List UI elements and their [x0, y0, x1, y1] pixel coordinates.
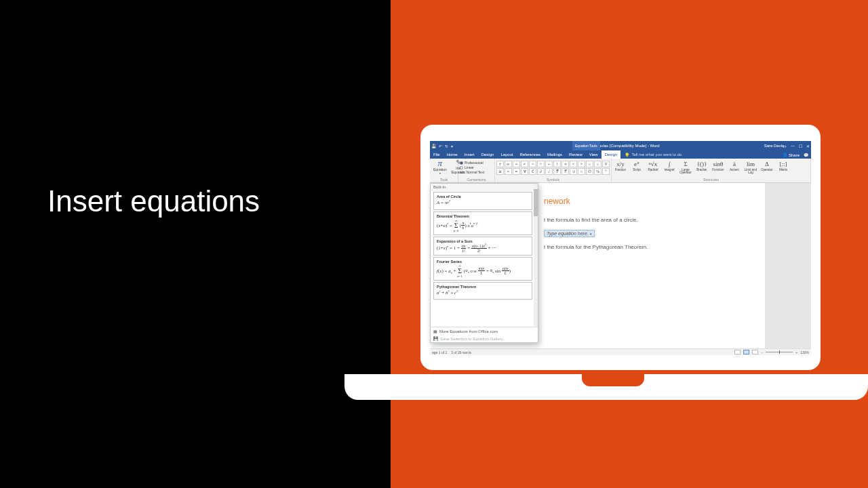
- professional-option[interactable]: Professional: [460, 161, 484, 165]
- gallery-item-expansion-of-sum[interactable]: Expansion of a Sum (1+x)n = 1 + nx1! + n…: [433, 237, 532, 256]
- save-icon[interactable]: 💾: [431, 144, 436, 148]
- symbol-cell[interactable]: ≅: [496, 168, 504, 175]
- tab-equation-design[interactable]: Design: [601, 150, 621, 159]
- symbol-cell[interactable]: ∂: [537, 168, 545, 175]
- more-equations-option[interactable]: ▦ More Equations from Office.com: [431, 327, 538, 335]
- gallery-item-pythagorean-theorem[interactable]: Pythagorean Theorem a2 + b2 = c2: [433, 282, 532, 300]
- task-2: t the formula for the Pythagorean Theore…: [544, 244, 746, 250]
- zoom-level[interactable]: 130%: [800, 350, 809, 354]
- save-gallery-icon: 💾: [433, 336, 438, 341]
- tab-insert[interactable]: Insert: [461, 150, 478, 159]
- tab-mailings[interactable]: Mailings: [544, 150, 566, 159]
- gallery-scrollbar[interactable]: [534, 184, 538, 327]
- symbol-cell[interactable]: √: [545, 168, 553, 175]
- symbol-cell[interactable]: ~: [529, 161, 536, 167]
- structure-accent[interactable]: äAccent: [727, 161, 742, 175]
- office-icon: ▦: [433, 329, 437, 333]
- symbol-cell[interactable]: =: [513, 161, 520, 167]
- tab-design[interactable]: Design: [478, 150, 498, 159]
- symbol-cell[interactable]: %: [594, 168, 601, 175]
- maximize-icon[interactable]: ☐: [799, 144, 802, 148]
- symbol-grid: ±∞=≠~×÷!∝<>≤≥∓≅≈≡∀∁∂√∛∜∪∩∅%°: [496, 161, 610, 175]
- symbol-cell[interactable]: ≈: [505, 168, 512, 175]
- structure-limit-and-log[interactable]: limLimit and Log: [743, 161, 758, 175]
- symbol-cell[interactable]: ∁: [529, 168, 536, 175]
- tab-layout[interactable]: Layout: [497, 150, 516, 159]
- ribbon-group-conversions: Professional Linear abc Normal Text Conv…: [458, 159, 495, 182]
- symbol-cell[interactable]: ∩: [578, 168, 585, 175]
- close-icon[interactable]: ✕: [806, 144, 810, 148]
- equation-button[interactable]: π Equation ▾: [431, 158, 449, 176]
- lightbulb-icon: 💡: [625, 152, 629, 157]
- symbol-cell[interactable]: ∞: [505, 161, 512, 167]
- symbol-cell[interactable]: ×: [537, 161, 545, 167]
- tell-me-placeholder: Tell me what you want to do: [631, 152, 682, 157]
- symbol-cell[interactable]: ±: [496, 161, 504, 167]
- zoom-out-icon[interactable]: −: [761, 350, 763, 354]
- symbol-cell[interactable]: !: [553, 161, 561, 167]
- equation-placeholder-row: Type equation here.: [544, 230, 746, 237]
- tab-references[interactable]: References: [516, 150, 544, 159]
- ribbon-body: π Equation ▾ ✎ Ink Equation Tools Profes…: [430, 159, 811, 183]
- structure-large-operator[interactable]: ΣLarge Operator: [678, 161, 693, 175]
- symbol-cell[interactable]: ∪: [570, 168, 577, 175]
- symbol-cell[interactable]: ≡: [513, 168, 520, 175]
- user-name: Sara Davis: [764, 144, 784, 148]
- zoom-in-icon[interactable]: +: [795, 350, 797, 354]
- symbol-cell[interactable]: ≠: [521, 161, 528, 167]
- structure-bracket[interactable]: {()}Bracket: [694, 161, 709, 175]
- qat-dropdown-icon[interactable]: ▾: [451, 144, 453, 148]
- zoom-slider[interactable]: [766, 352, 793, 352]
- symbol-cell[interactable]: ∓: [602, 161, 610, 167]
- normal-text-option[interactable]: abc Normal Text: [460, 170, 484, 174]
- word-count[interactable]: 3 of 26 words: [451, 350, 471, 354]
- equation-tools-context-tab: Equation Tools: [572, 141, 600, 150]
- linear-option[interactable]: Linear: [460, 165, 484, 169]
- title-bar: 💾 ↶ ↻ ▾ math_formulas [Compatibility Mod…: [430, 141, 811, 150]
- slide-headline: Insert equations: [47, 184, 260, 218]
- structure-function[interactable]: sinθFunction: [711, 161, 726, 175]
- ribbon-group-tools: π Equation ▾ ✎ Ink Equation Tools: [430, 159, 458, 182]
- undo-icon[interactable]: ↶: [439, 144, 442, 148]
- share-button[interactable]: 👤 Share: [783, 152, 800, 157]
- symbol-cell[interactable]: ≥: [594, 161, 601, 167]
- structure-integral[interactable]: ∫Integral: [662, 161, 677, 175]
- gallery-item-fourier-series[interactable]: Fourier Series f(x) = a0 + ∞Σn=1 (an cos…: [433, 257, 532, 281]
- symbol-cell[interactable]: >: [578, 161, 585, 167]
- tell-me-search[interactable]: 💡 Tell me what you want to do: [620, 150, 682, 159]
- symbol-cell[interactable]: ≤: [586, 161, 593, 167]
- ribbon-options-icon[interactable]: ▭: [783, 144, 787, 148]
- tab-review[interactable]: Review: [566, 150, 586, 159]
- laptop-screen: 💾 ↶ ↻ ▾ math_formulas [Compatibility Mod…: [420, 125, 821, 370]
- tab-view[interactable]: View: [586, 150, 601, 159]
- structure-matrix[interactable]: [::]Matrix: [776, 161, 791, 175]
- structure-fraction[interactable]: x/yFraction: [613, 161, 628, 175]
- equation-placeholder[interactable]: Type equation here.: [544, 230, 595, 237]
- symbol-cell[interactable]: ∜: [561, 168, 569, 175]
- structure-radical[interactable]: ⁿ√xRadical: [646, 161, 660, 175]
- symbol-cell[interactable]: ∛: [553, 168, 561, 175]
- background-left: [0, 0, 391, 488]
- structure-operator[interactable]: ΔOperator: [760, 161, 774, 175]
- view-web-layout[interactable]: [752, 350, 758, 354]
- laptop-notch: [582, 374, 644, 386]
- document-area: nework t the formula to find the area of…: [430, 183, 811, 348]
- minimize-icon[interactable]: —: [791, 144, 795, 148]
- save-to-gallery-option: 💾 Save Selection to Equation Gallery...: [431, 335, 538, 342]
- gallery-item-area-of-circle[interactable]: Area of Circle A = πr2: [433, 192, 532, 210]
- comments-icon[interactable]: 💬: [804, 152, 808, 157]
- symbol-cell[interactable]: ÷: [545, 161, 553, 167]
- symbol-cell[interactable]: ∝: [561, 161, 569, 167]
- symbol-cell[interactable]: <: [570, 161, 577, 167]
- gallery-item-binomial-theorem[interactable]: Binomial Theorem (x+a)n = nΣk=0 (nk) xka…: [433, 211, 532, 235]
- view-print-layout[interactable]: [743, 350, 749, 354]
- redo-icon[interactable]: ↻: [445, 144, 448, 148]
- page-indicator[interactable]: age 1 of 1: [432, 350, 447, 354]
- symbol-cell[interactable]: ∅: [586, 168, 593, 175]
- view-read-mode[interactable]: [734, 350, 741, 354]
- word-window: 💾 ↶ ↻ ▾ math_formulas [Compatibility Mod…: [430, 141, 811, 355]
- symbol-cell[interactable]: °: [602, 168, 610, 175]
- structure-script[interactable]: eˣScript: [629, 161, 644, 175]
- symbol-cell[interactable]: ∀: [521, 168, 528, 175]
- ribbon-group-structures: x/yFractioneˣScriptⁿ√xRadical∫IntegralΣL…: [612, 159, 811, 182]
